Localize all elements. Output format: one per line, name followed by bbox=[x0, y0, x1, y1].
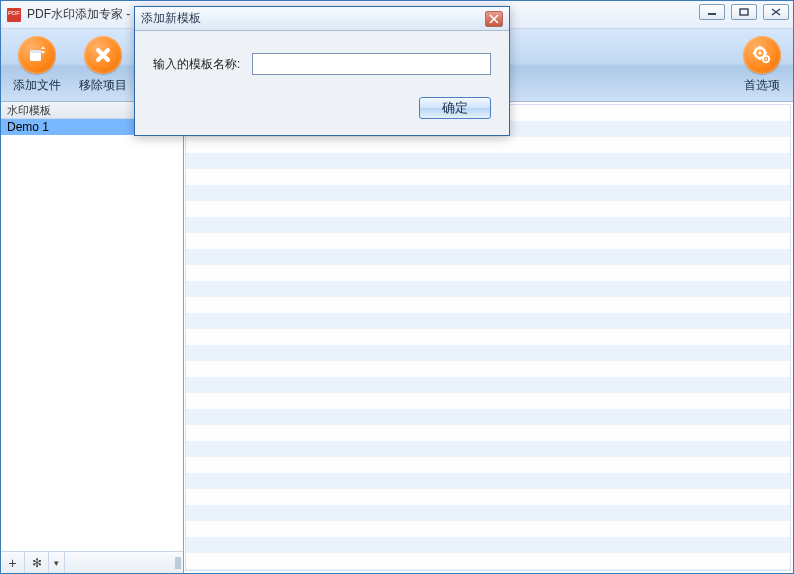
sidebar-footer: + ✻ ▾ bbox=[1, 551, 183, 573]
chevron-down-icon: ▾ bbox=[54, 558, 59, 568]
close-icon bbox=[771, 8, 781, 16]
template-dropdown-button[interactable]: ▾ bbox=[49, 552, 65, 573]
add-template-button[interactable]: + bbox=[1, 552, 25, 573]
close-icon bbox=[489, 14, 499, 24]
template-name-row: 输入的模板名称: bbox=[153, 53, 491, 75]
remove-item-button[interactable]: 移除项目 bbox=[79, 36, 127, 94]
svg-rect-10 bbox=[759, 46, 761, 49]
dialog-close-button[interactable] bbox=[485, 11, 503, 27]
maximize-icon bbox=[739, 8, 749, 16]
svg-point-9 bbox=[759, 52, 762, 55]
template-name-label: 输入的模板名称: bbox=[153, 56, 240, 73]
svg-rect-12 bbox=[753, 52, 756, 54]
file-list[interactable] bbox=[185, 104, 791, 571]
template-settings-button[interactable]: ✻ bbox=[25, 552, 49, 573]
add-file-icon bbox=[18, 36, 56, 74]
window-controls bbox=[699, 4, 789, 20]
add-template-dialog: 添加新模板 输入的模板名称: 确定 bbox=[134, 6, 510, 136]
dialog-titlebar: 添加新模板 bbox=[135, 7, 509, 31]
app-icon bbox=[7, 8, 21, 22]
preferences-button[interactable]: 首选项 bbox=[743, 36, 781, 94]
template-list[interactable]: Demo 1 bbox=[1, 119, 183, 551]
plus-icon: + bbox=[8, 555, 16, 571]
template-name-input[interactable] bbox=[252, 53, 491, 75]
dialog-body: 输入的模板名称: 确定 bbox=[135, 31, 509, 135]
body: 水印模板 Demo 1 + ✻ ▾ bbox=[1, 102, 793, 573]
content-area bbox=[184, 102, 793, 573]
remove-item-label: 移除项目 bbox=[79, 77, 127, 94]
sidebar: 水印模板 Demo 1 + ✻ ▾ bbox=[1, 102, 184, 573]
maximize-button[interactable] bbox=[731, 4, 757, 20]
app-title: PDF水印添加专家 - bbox=[27, 6, 130, 23]
minimize-button[interactable] bbox=[699, 4, 725, 20]
app-window: PDF水印添加专家 - 添加文件 移除项目 bbox=[0, 0, 794, 574]
svg-rect-13 bbox=[764, 52, 767, 54]
svg-rect-5 bbox=[30, 50, 41, 53]
dialog-title: 添加新模板 bbox=[141, 10, 201, 27]
add-file-label: 添加文件 bbox=[13, 77, 61, 94]
gear-icon: ✻ bbox=[32, 556, 42, 570]
svg-point-15 bbox=[765, 58, 767, 60]
preferences-icon bbox=[743, 36, 781, 74]
resize-grip[interactable] bbox=[173, 552, 183, 573]
minimize-icon bbox=[707, 8, 717, 16]
add-file-button[interactable]: 添加文件 bbox=[13, 36, 61, 94]
svg-rect-1 bbox=[740, 9, 748, 15]
svg-rect-11 bbox=[759, 57, 761, 60]
ok-button[interactable]: 确定 bbox=[419, 97, 491, 119]
close-window-button[interactable] bbox=[763, 4, 789, 20]
remove-item-icon bbox=[84, 36, 122, 74]
dialog-actions: 确定 bbox=[153, 97, 491, 119]
preferences-label: 首选项 bbox=[744, 77, 780, 94]
